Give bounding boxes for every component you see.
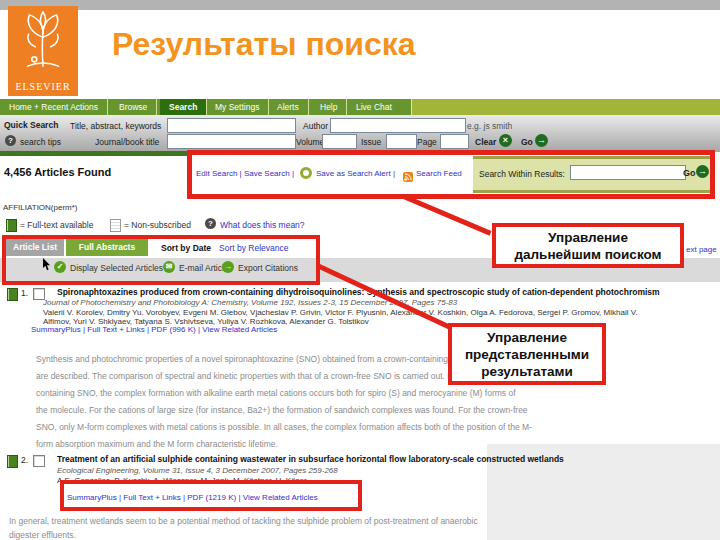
callout-line: дальнейшим поиском: [496, 246, 680, 263]
article-1-links[interactable]: SummaryPlus | Full Text + Links | PDF (9…: [31, 325, 277, 334]
author-label: Author: [303, 121, 328, 131]
elsevier-wordmark: ELSEVIER: [8, 81, 78, 92]
journal-book-title-input[interactable]: [167, 134, 296, 149]
annotation-box-search-management: [187, 150, 715, 199]
callout-results-management: Управление представленными результатами: [448, 323, 606, 385]
legend-full-text: = Full-text available: [20, 220, 93, 230]
article-1-abstract-line: containing SNO, the complex formation wi…: [36, 388, 516, 398]
issue-label: Issue: [361, 137, 381, 147]
article-2-abstract-line: digester effluents.: [9, 530, 76, 540]
connector-line-search: [402, 194, 491, 236]
article-2-title[interactable]: Treatment of an artificial sulphide cont…: [57, 454, 564, 464]
page-input[interactable]: [440, 134, 469, 149]
callout-line: Управление: [496, 229, 680, 246]
volume-input[interactable]: [322, 134, 357, 149]
search-query: AFFILIATION(perm*): [3, 203, 78, 212]
author-input[interactable]: [330, 118, 466, 133]
article-1-abstract-line: the molecule. For the cations of large s…: [36, 405, 528, 415]
article-2-source: Ecological Engineering, Volume 31, Issue…: [57, 466, 338, 475]
article-2-checkbox[interactable]: [33, 455, 45, 467]
full-text-icon: [7, 288, 18, 301]
quick-go-label[interactable]: Go: [521, 137, 533, 147]
green-divider: [0, 151, 190, 156]
clear-icon[interactable]: ×: [499, 134, 512, 147]
nav-item-alerts[interactable]: Alerts: [268, 99, 309, 116]
legend-non-subscribed: = Non-subscribed: [124, 220, 191, 230]
article-1-abstract-line: form absorption maximum and the M form c…: [36, 439, 278, 449]
nav-item-my-settings[interactable]: My Settings: [206, 99, 269, 116]
quick-search-label: Quick Search: [4, 120, 58, 130]
legend-help-icon[interactable]: ?: [205, 218, 216, 229]
article-1-authors-line1: Valerii V. Korolev, Dmitry Yu. Vorobyev,…: [43, 308, 638, 317]
nav-item-search[interactable]: Search: [160, 99, 207, 116]
callout-search-management: Управление дальнейшим поиском: [492, 223, 684, 268]
nav-item-help[interactable]: Help: [311, 99, 347, 116]
next-page-link[interactable]: ext page: [686, 245, 717, 254]
volume-label: Volume: [296, 137, 324, 147]
articles-found-count: 4,456 Articles Found: [4, 166, 111, 178]
clear-label[interactable]: Clear: [475, 137, 496, 147]
article-2-number: 2.: [21, 455, 28, 465]
author-hint: e.g. js smith: [467, 121, 512, 131]
article-1-abstract-line: are described. The comparison of spectra…: [36, 371, 502, 381]
article-1-title[interactable]: Spironaphtoxazines produced from crown-c…: [57, 287, 660, 297]
page-label: Page: [417, 137, 437, 147]
callout-line: результатами: [452, 363, 602, 380]
search-tips-help-icon[interactable]: ?: [5, 135, 16, 146]
annotation-box-article-links: [60, 480, 362, 511]
slide: ELSEVIER Результаты поиска Home + Recent…: [0, 0, 720, 540]
nav-item-browse[interactable]: Browse: [110, 99, 157, 116]
article-1-number: 1.: [21, 288, 28, 298]
article-2-abstract-line: In general, treatment wetlands seem to b…: [9, 516, 478, 526]
legend-help-link[interactable]: What does this mean?: [220, 220, 305, 230]
article-1-abstract-line: SNO, only M-form complexes with metal ca…: [36, 422, 532, 432]
non-subscribed-icon: [110, 219, 121, 232]
page-title: Результаты поиска: [112, 26, 416, 63]
journal-book-title-label: Journal/book title: [95, 137, 159, 147]
nav-bar: Home + Recent Actions Browse Search My S…: [0, 99, 720, 116]
nav-item-live-chat[interactable]: Live Chat: [347, 99, 401, 116]
callout-line: Управление: [452, 329, 602, 346]
elsevier-tree-icon: [14, 8, 72, 78]
nav-item-home[interactable]: Home + Recent Actions: [0, 99, 108, 116]
callout-line: представленными: [452, 346, 602, 363]
issue-input[interactable]: [386, 134, 417, 149]
full-text-icon: [7, 455, 18, 468]
elsevier-logo: ELSEVIER: [8, 6, 78, 96]
full-text-available-icon: [6, 219, 17, 232]
search-tips-link[interactable]: search tips: [20, 137, 61, 147]
quick-go-icon[interactable]: →: [535, 134, 548, 147]
title-abstract-keywords-input[interactable]: [167, 118, 296, 133]
top-gray-strip: [0, 0, 720, 10]
annotation-box-results-toolbar: [2, 235, 320, 285]
nav-bar-extension: [411, 99, 720, 116]
title-abstract-keywords-label: Title, abstract, keywords: [70, 121, 161, 131]
